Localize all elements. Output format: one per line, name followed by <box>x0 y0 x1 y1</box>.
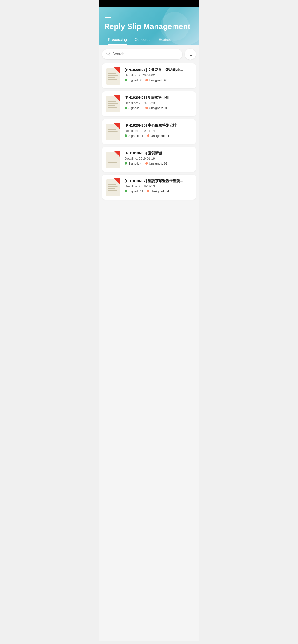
unsigned-dot <box>147 190 150 192</box>
card-title: [PH1920N20] 中心服務特別安排 <box>125 123 192 128</box>
card-stats: Signed: 2 Unsigned: 93 <box>125 78 192 82</box>
menu-button[interactable] <box>104 13 112 19</box>
document-icon <box>106 67 121 84</box>
card-stats: Signed: 1 Unsigned: 94 <box>125 106 192 110</box>
filter-button[interactable] <box>185 49 196 60</box>
signed-label: Signed: 11 <box>128 134 143 138</box>
unsigned-dot <box>147 134 150 137</box>
signed-dot <box>125 162 127 164</box>
search-icon <box>106 52 110 57</box>
card-info: [PH1920N26] 聖誕暫託小組 Deadline: 2019-12-23 … <box>125 95 192 110</box>
card-info: [PH1920N20] 中心服務特別安排 Deadline: 2019-11-1… <box>125 123 192 138</box>
unsigned-dot <box>145 79 148 81</box>
svg-line-1 <box>109 54 110 55</box>
card-info: [PH1819N07] 聖誕茶聚暨親子聖誕... Deadline: 2018-… <box>125 178 192 193</box>
unsigned-stat: Unsigned: 93 <box>145 78 168 82</box>
signed-dot <box>125 134 127 137</box>
signed-label: Signed: 1 <box>128 106 141 110</box>
signed-stat: Signed: 2 <box>125 78 141 82</box>
filter-icon <box>188 53 192 56</box>
unsigned-dot <box>145 162 148 164</box>
unsigned-label: Unsigned: 93 <box>149 78 168 82</box>
signed-label: Signed: 4 <box>128 162 141 165</box>
signed-dot <box>125 106 127 109</box>
unsigned-label: Unsigned: 94 <box>149 106 168 110</box>
unsigned-label: Unsigned: 91 <box>149 162 168 165</box>
signed-stat: Signed: 11 <box>125 190 143 193</box>
page-title: Reply Slip Management <box>104 22 194 31</box>
unsigned-label: Unsigned: 84 <box>151 190 169 193</box>
tab-collected[interactable]: Collected <box>131 36 155 45</box>
search-input[interactable] <box>112 52 179 56</box>
card-deadline: Deadline: 2019-12-23 <box>125 101 192 105</box>
card-stats: Signed: 11 Unsigned: 84 <box>125 190 192 193</box>
card-deadline: Deadline: 2018-12-13 <box>125 184 192 188</box>
unsigned-stat: Unsigned: 84 <box>147 190 169 193</box>
unsigned-label: Unsigned: 84 <box>151 134 169 138</box>
tab-expired[interactable]: Expired <box>155 36 175 45</box>
document-icon <box>106 151 121 168</box>
card-title: [PH1819N08] 童賀新歲 <box>125 151 192 156</box>
unsigned-stat: Unsigned: 94 <box>145 106 168 110</box>
document-icon <box>106 178 121 196</box>
unsigned-dot <box>145 106 148 109</box>
header: Reply Slip Management Processing Collect… <box>99 7 199 45</box>
search-box <box>102 49 182 60</box>
unsigned-stat: Unsigned: 84 <box>147 134 169 138</box>
card-deadline: Deadline: 2019-11-14 <box>125 129 192 132</box>
card-title: [PH1819N07] 聖誕茶聚暨親子聖誕... <box>125 178 192 183</box>
card-title: [PH1920N27] 文化活動 - 嬰幼劇場... <box>125 67 192 72</box>
card-stats: Signed: 11 Unsigned: 84 <box>125 134 192 138</box>
list-item[interactable]: [PH1819N08] 童賀新歲 Deadline: 2019-01-19 Si… <box>102 147 196 172</box>
list-item[interactable]: [PH1819N07] 聖誕茶聚暨親子聖誕... Deadline: 2018-… <box>102 175 196 200</box>
signed-stat: Signed: 1 <box>125 106 141 110</box>
unsigned-stat: Unsigned: 91 <box>145 162 168 165</box>
card-info: [PH1920N27] 文化活動 - 嬰幼劇場... Deadline: 202… <box>125 67 192 82</box>
signed-dot <box>125 190 127 192</box>
status-bar <box>99 0 199 7</box>
card-title: [PH1920N26] 聖誕暫託小組 <box>125 95 192 100</box>
cards-list: [PH1920N27] 文化活動 - 嬰幼劇場... Deadline: 202… <box>102 64 196 200</box>
list-item[interactable]: [PH1920N27] 文化活動 - 嬰幼劇場... Deadline: 202… <box>102 64 196 88</box>
signed-stat: Signed: 11 <box>125 134 143 138</box>
signed-stat: Signed: 4 <box>125 162 141 165</box>
signed-dot <box>125 79 127 81</box>
card-stats: Signed: 4 Unsigned: 91 <box>125 162 192 165</box>
content-area: [PH1920N27] 文化活動 - 嬰幼劇場... Deadline: 202… <box>99 45 199 641</box>
card-deadline: Deadline: 2019-01-19 <box>125 157 192 160</box>
signed-label: Signed: 2 <box>128 78 141 82</box>
card-info: [PH1819N08] 童賀新歲 Deadline: 2019-01-19 Si… <box>125 151 192 165</box>
tab-bar: Processing Collected Expired <box>104 36 194 45</box>
hamburger-icon <box>105 14 111 18</box>
tab-processing[interactable]: Processing <box>104 36 131 45</box>
document-icon <box>106 123 121 140</box>
list-item[interactable]: [PH1920N26] 聖誕暫託小組 Deadline: 2019-12-23 … <box>102 91 196 116</box>
signed-label: Signed: 11 <box>128 190 143 193</box>
document-icon <box>106 95 121 112</box>
list-item[interactable]: [PH1920N20] 中心服務特別安排 Deadline: 2019-11-1… <box>102 119 196 144</box>
search-row <box>102 49 196 60</box>
card-deadline: Deadline: 2020-01-02 <box>125 73 192 77</box>
